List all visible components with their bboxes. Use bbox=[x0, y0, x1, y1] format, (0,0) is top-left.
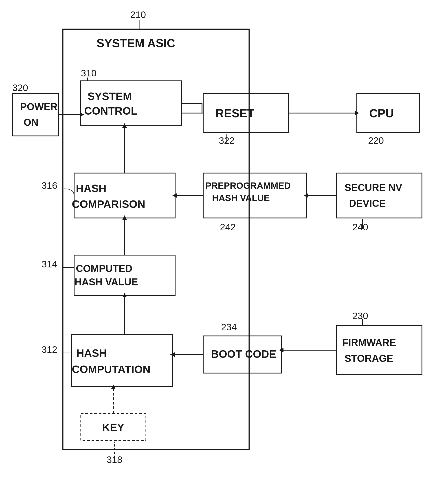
power-on-label: POWER bbox=[20, 101, 57, 112]
svg-rect-2 bbox=[74, 173, 175, 218]
svg-rect-1 bbox=[81, 81, 182, 126]
hash-computation-label: HASH bbox=[76, 347, 107, 359]
reset-label: RESET bbox=[216, 107, 255, 120]
svg-rect-12 bbox=[337, 325, 422, 375]
computed-hash-label: COMPUTED bbox=[76, 263, 132, 274]
ref-312: 312 bbox=[41, 344, 57, 355]
secure-nv-label2: DEVICE bbox=[349, 198, 386, 209]
ref-320: 320 bbox=[12, 83, 28, 93]
ref-316: 316 bbox=[41, 180, 57, 191]
svg-marker-14 bbox=[80, 112, 84, 117]
power-on-label2: ON bbox=[24, 117, 38, 128]
hash-computation-label2: COMPUTATION bbox=[72, 363, 150, 375]
key-label: KEY bbox=[102, 421, 124, 433]
cpu-label: CPU bbox=[369, 107, 394, 120]
ref-240: 240 bbox=[352, 222, 368, 232]
firmware-label2: STORAGE bbox=[344, 353, 393, 364]
ref-210: 210 bbox=[130, 9, 146, 20]
svg-rect-10 bbox=[337, 173, 422, 218]
ref-230: 230 bbox=[352, 311, 368, 321]
firmware-label: FIRMWARE bbox=[342, 337, 396, 348]
svg-rect-4 bbox=[72, 335, 173, 387]
ref-314: 314 bbox=[41, 259, 57, 269]
ref-234: 234 bbox=[221, 322, 237, 332]
hash-comparison-label2: COMPARISON bbox=[72, 198, 145, 210]
ref-242: 242 bbox=[220, 222, 236, 232]
diagram-container: SYSTEM ASIC 210 SYSTEM CONTROL 310 HASH … bbox=[0, 0, 448, 489]
system-asic-label: SYSTEM ASIC bbox=[96, 37, 175, 50]
secure-nv-label: SECURE NV bbox=[344, 182, 402, 193]
svg-rect-6 bbox=[12, 93, 58, 136]
svg-rect-3 bbox=[74, 255, 175, 296]
system-control-label2: CONTROL bbox=[84, 105, 137, 117]
preprog-hash-label: PREPROGRAMMED bbox=[205, 181, 291, 191]
boot-code-label: BOOT CODE bbox=[211, 348, 276, 360]
ref-220: 220 bbox=[368, 135, 384, 146]
hash-comparison-label: HASH bbox=[76, 182, 106, 194]
computed-hash-label2: HASH VALUE bbox=[74, 276, 138, 287]
ref-310: 310 bbox=[81, 68, 96, 78]
preprog-hash-label2: HASH VALUE bbox=[212, 193, 270, 203]
system-control-label: SYSTEM bbox=[88, 90, 132, 102]
